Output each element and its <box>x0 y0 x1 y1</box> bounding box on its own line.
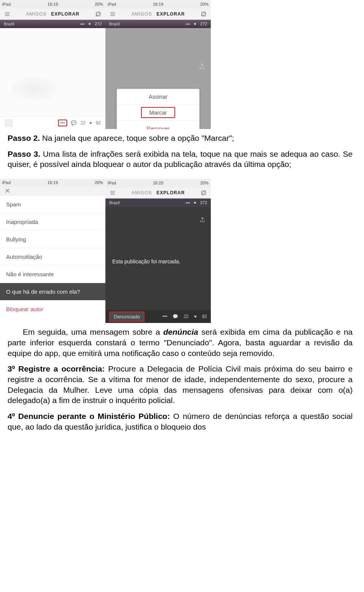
instruction-text-2: Em seguida, uma mensagem sobre a denúnci… <box>0 323 364 441</box>
status-bar: iPad 16:19 20% <box>0 179 105 186</box>
more-icon[interactable]: ••• <box>186 200 190 205</box>
p1a: Em seguida, uma mensagem sobre a <box>23 327 163 336</box>
denuncia-word: denúncia <box>163 327 198 336</box>
country-label: Brazil <box>109 22 120 26</box>
compose-icon[interactable] <box>95 11 102 17</box>
menu-marcar-label: Marcar <box>141 107 176 118</box>
step-3-label: Passo 3. <box>8 150 40 158</box>
more-icon[interactable]: ••• <box>186 22 190 26</box>
more-icon[interactable]: ••• <box>163 314 168 319</box>
menu-assinar[interactable]: Assinar <box>117 89 199 105</box>
battery-label: 20% <box>95 2 103 6</box>
phone-left-2: iPad 16:19 20% ✕ Spam Inapropriada Bully… <box>0 179 105 323</box>
screenshot-row-1: iPad 16:19 20% AMIGOS EXPLORAR Brazil <box>0 0 364 129</box>
share-icon[interactable] <box>199 63 206 71</box>
avatar <box>5 119 13 127</box>
heart-icon[interactable]: ♥ <box>88 22 91 26</box>
menu-icon[interactable] <box>109 11 116 17</box>
likes-count: 92 <box>96 120 101 126</box>
reason-nao-interessante[interactable]: Não é interessante <box>0 266 105 283</box>
post-body-dimmed: Assinar Marcar Remover <box>105 28 211 129</box>
heart-icon[interactable]: ♥ <box>194 314 197 319</box>
device-label: iPad <box>108 181 116 185</box>
tab-explorar[interactable]: EXPLORAR <box>51 11 80 17</box>
battery-label: 20% <box>200 181 209 185</box>
device-label: iPad <box>108 2 116 6</box>
step-2-text: Na janela que aparece, toque sobre a opç… <box>40 134 234 142</box>
reason-inapropriada[interactable]: Inapropriada <box>0 213 105 231</box>
post-body <box>0 28 105 117</box>
blurred-content <box>11 77 57 100</box>
likes-count: 92 <box>202 314 207 319</box>
time-label: 16:19 <box>47 180 58 185</box>
tab-explorar[interactable]: EXPLORAR <box>157 190 185 195</box>
reason-automutilacao[interactable]: Automutilação <box>0 248 105 266</box>
nav-bar: AMIGOS EXPLORAR <box>105 187 211 198</box>
menu-remover[interactable]: Remover <box>117 121 199 129</box>
document-page: iPad 16:19 20% AMIGOS EXPLORAR Brazil <box>0 0 364 441</box>
nav-bar: AMIGOS EXPLORAR <box>0 8 105 20</box>
menu-marcar[interactable]: Marcar <box>117 105 199 121</box>
post-footer-dark: Denunciado ••• 💬 22 ♥ 92 <box>105 310 211 323</box>
battery-label: 20% <box>95 180 103 185</box>
phone-left-1: iPad 16:19 20% AMIGOS EXPLORAR Brazil <box>0 0 105 129</box>
comments-count: 22 <box>184 314 188 319</box>
flagged-message: Esta publicação foi marcada. <box>112 258 180 265</box>
time-label: 16:19 <box>47 2 58 6</box>
heart-icon[interactable]: ♥ <box>194 200 196 205</box>
more-icon[interactable]: ••• <box>80 22 85 26</box>
reason-spam[interactable]: Spam <box>0 196 105 213</box>
tab-amigos[interactable]: AMIGOS <box>132 11 152 17</box>
time-label: 16:20 <box>153 181 163 185</box>
post-header: Brazil ••• ♥ 272 <box>105 20 211 28</box>
country-label: Brazil <box>4 22 14 26</box>
compose-icon[interactable] <box>200 189 207 196</box>
device-label: iPad <box>2 2 11 6</box>
post-footer: ••• 💬 22 ♥ 92 <box>0 117 105 129</box>
reason-question: O que há de errado com ela? <box>0 283 105 301</box>
tab-amigos[interactable]: AMIGOS <box>132 190 152 195</box>
screenshot-row-2: iPad 16:19 20% ✕ Spam Inapropriada Bully… <box>0 179 364 323</box>
views-count: 272 <box>95 22 102 26</box>
more-icon-highlighted[interactable]: ••• <box>58 120 67 126</box>
device-label: iPad <box>2 180 11 185</box>
step-mp-label: 4º Denuncie perante o Ministério Público… <box>8 412 170 420</box>
heart-icon[interactable]: ♥ <box>89 120 92 126</box>
step-2-label: Passo 2. <box>8 134 40 142</box>
phone-right-1: iPad 16:19 20% AMIGOS EXPLORAR Brazil <box>105 0 211 129</box>
block-author-button[interactable]: Bloquear autor <box>0 301 105 318</box>
share-icon[interactable] <box>199 217 206 224</box>
action-sheet: Assinar Marcar Remover <box>117 89 199 129</box>
tab-amigos[interactable]: AMIGOS <box>26 11 47 17</box>
comment-icon[interactable]: 💬 <box>71 120 77 126</box>
views-count: 272 <box>200 200 207 205</box>
instruction-text-1: Passo 2. Na janela que aparece, toque so… <box>0 129 364 179</box>
status-bar: iPad 16:19 20% <box>105 0 211 8</box>
close-row: ✕ <box>0 186 105 196</box>
comment-icon[interactable]: 💬 <box>173 314 178 319</box>
country-label: Brazil <box>109 200 120 205</box>
heart-icon[interactable]: ♥ <box>194 22 196 26</box>
post-header: Brazil ••• ♥ 272 <box>0 20 105 28</box>
comments-count: 22 <box>80 120 85 126</box>
tab-explorar[interactable]: EXPLORAR <box>157 11 185 17</box>
phone-right-2: iPad 16:20 20% AMIGOS EXPLORAR Brazil <box>105 179 211 323</box>
status-bar: iPad 16:20 20% <box>105 179 211 187</box>
denunciado-badge: Denunciado <box>109 312 144 322</box>
close-icon[interactable]: ✕ <box>5 187 10 195</box>
battery-label: 20% <box>200 2 209 6</box>
compose-icon[interactable] <box>200 11 207 17</box>
status-bar: iPad 16:19 20% <box>0 0 105 8</box>
views-count: 272 <box>200 22 207 26</box>
step-registro-label: 3º Registre a ocorrência: <box>8 364 105 373</box>
menu-icon[interactable] <box>109 189 116 196</box>
step-3-text: Uma lista de infrações será exibida na t… <box>40 150 340 158</box>
nav-bar: AMIGOS EXPLORAR <box>105 8 211 20</box>
post-header: Brazil ••• ♥ 272 <box>105 198 211 207</box>
menu-icon[interactable] <box>4 11 11 17</box>
reason-bullying[interactable]: Bullying <box>0 231 105 248</box>
time-label: 16:19 <box>153 2 163 6</box>
